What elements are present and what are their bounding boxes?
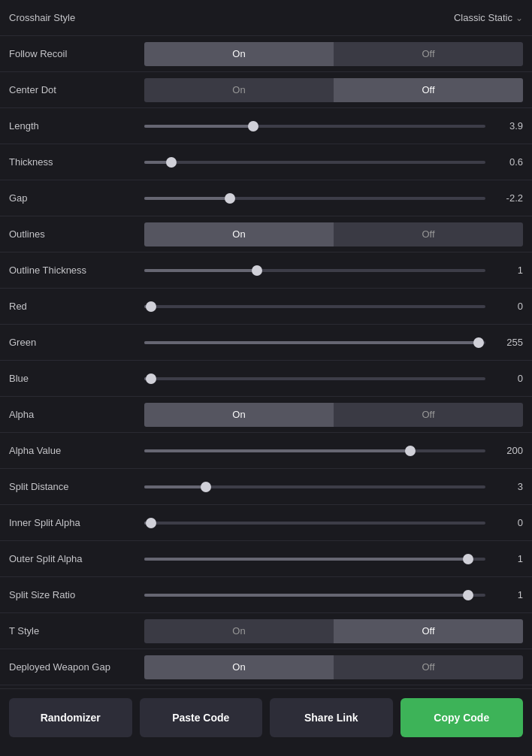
outer-split-alpha-label: Outer Split Alpha bbox=[9, 553, 144, 564]
red-track-container bbox=[144, 305, 485, 308]
deployed-weapon-gap-row: Deployed Weapon Gap On Off bbox=[0, 649, 532, 685]
split-size-ratio-fill bbox=[144, 594, 468, 597]
alpha-on-button[interactable]: On bbox=[144, 403, 334, 427]
green-row: Green 255 bbox=[0, 325, 532, 361]
blue-row: Blue 0 bbox=[0, 361, 532, 397]
follow-recoil-control: On Off bbox=[144, 42, 523, 66]
follow-recoil-row: Follow Recoil On Off bbox=[0, 36, 532, 72]
outline-thickness-thumb[interactable] bbox=[252, 265, 262, 276]
gap-row: Gap -2.2 bbox=[0, 180, 532, 216]
outlines-on-button[interactable]: On bbox=[144, 222, 334, 246]
green-track[interactable] bbox=[144, 341, 485, 344]
crosshair-style-row[interactable]: Crosshair Style Classic Static ⌄ bbox=[0, 0, 532, 36]
paste-code-button[interactable]: Paste Code bbox=[140, 698, 263, 737]
gap-thumb[interactable] bbox=[225, 193, 235, 204]
thickness-value: 0.6 bbox=[493, 156, 523, 168]
t-style-off-button[interactable]: Off bbox=[334, 619, 523, 643]
split-size-ratio-thumb[interactable] bbox=[463, 590, 473, 600]
t-style-on-button[interactable]: On bbox=[144, 619, 334, 643]
green-fill bbox=[144, 341, 479, 344]
green-label: Green bbox=[9, 337, 144, 348]
blue-label: Blue bbox=[9, 373, 144, 384]
inner-split-alpha-label: Inner Split Alpha bbox=[9, 517, 144, 528]
alpha-value-label: Alpha Value bbox=[9, 445, 144, 456]
deployed-weapon-gap-off-button[interactable]: Off bbox=[334, 655, 523, 679]
length-value: 3.9 bbox=[493, 120, 523, 132]
red-label: Red bbox=[9, 301, 144, 312]
inner-split-alpha-value: 0 bbox=[493, 517, 523, 528]
gap-track[interactable] bbox=[144, 197, 485, 200]
outline-thickness-value: 1 bbox=[493, 265, 523, 276]
center-dot-on-button[interactable]: On bbox=[144, 78, 334, 102]
outlines-off-button[interactable]: Off bbox=[334, 222, 523, 246]
red-thumb[interactable] bbox=[146, 301, 156, 312]
outlines-toggle-group: On Off bbox=[144, 222, 523, 246]
alpha-value-thumb[interactable] bbox=[405, 446, 416, 456]
split-distance-row: Split Distance 3 bbox=[0, 469, 532, 505]
alpha-off-button[interactable]: Off bbox=[334, 403, 523, 427]
copy-code-button[interactable]: Copy Code bbox=[401, 698, 524, 737]
split-distance-track-container bbox=[144, 485, 485, 488]
crosshair-style-value: Classic Static bbox=[144, 12, 515, 23]
alpha-value-value: 200 bbox=[493, 445, 523, 456]
split-size-ratio-track-container bbox=[144, 594, 485, 597]
red-row: Red 0 bbox=[0, 289, 532, 325]
thickness-thumb[interactable] bbox=[166, 157, 177, 168]
outline-thickness-fill bbox=[144, 269, 257, 272]
thickness-row: Thickness 0.6 bbox=[0, 144, 532, 180]
settings-panel: Crosshair Style Classic Static ⌄ Follow … bbox=[0, 0, 532, 746]
outer-split-alpha-thumb[interactable] bbox=[463, 554, 473, 564]
follow-recoil-toggle-group: On Off bbox=[144, 42, 523, 66]
thickness-track[interactable] bbox=[144, 161, 485, 164]
t-style-row: T Style On Off bbox=[0, 613, 532, 649]
red-track[interactable] bbox=[144, 305, 485, 308]
share-link-button[interactable]: Share Link bbox=[270, 698, 393, 737]
green-thumb[interactable] bbox=[473, 337, 484, 348]
split-distance-track[interactable] bbox=[144, 485, 485, 488]
alpha-toggle-group: On Off bbox=[144, 403, 523, 427]
green-track-container bbox=[144, 341, 485, 344]
footer: Randomizer Paste Code Share Link Copy Co… bbox=[0, 688, 532, 746]
outer-split-alpha-track-container bbox=[144, 558, 485, 561]
chevron-down-icon: ⌄ bbox=[515, 13, 523, 23]
alpha-value-track[interactable] bbox=[144, 449, 485, 452]
split-distance-fill bbox=[144, 485, 206, 488]
split-distance-thumb[interactable] bbox=[201, 482, 211, 492]
center-dot-control: On Off bbox=[144, 78, 523, 102]
split-distance-value: 3 bbox=[493, 481, 523, 492]
deployed-weapon-gap-toggle-group: On Off bbox=[144, 655, 523, 679]
deployed-weapon-gap-on-button[interactable]: On bbox=[144, 655, 334, 679]
outer-split-alpha-track[interactable] bbox=[144, 558, 485, 561]
split-distance-label: Split Distance bbox=[9, 481, 144, 492]
center-dot-off-button[interactable]: Off bbox=[334, 78, 523, 102]
outline-thickness-track[interactable] bbox=[144, 269, 485, 272]
outer-split-alpha-fill bbox=[144, 558, 468, 561]
alpha-value-fill bbox=[144, 449, 410, 452]
deployed-weapon-gap-label: Deployed Weapon Gap bbox=[9, 661, 144, 673]
blue-track[interactable] bbox=[144, 377, 485, 380]
center-dot-label: Center Dot bbox=[9, 84, 144, 95]
length-label: Length bbox=[9, 120, 144, 132]
inner-split-alpha-thumb[interactable] bbox=[146, 518, 156, 528]
alpha-value-row: Alpha Value 200 bbox=[0, 433, 532, 469]
follow-recoil-off-button[interactable]: Off bbox=[334, 42, 523, 66]
length-thumb[interactable] bbox=[248, 121, 258, 132]
split-size-ratio-track[interactable] bbox=[144, 594, 485, 597]
inner-split-alpha-track[interactable] bbox=[144, 522, 485, 525]
length-track[interactable] bbox=[144, 125, 485, 128]
split-size-ratio-row: Split Size Ratio 1 bbox=[0, 577, 532, 613]
outlines-row: Outlines On Off bbox=[0, 216, 532, 253]
green-value: 255 bbox=[493, 337, 523, 348]
outlines-control: On Off bbox=[144, 222, 523, 246]
blue-value: 0 bbox=[493, 373, 523, 384]
gap-value: -2.2 bbox=[493, 192, 523, 204]
blue-thumb[interactable] bbox=[146, 373, 156, 384]
blue-track-container bbox=[144, 377, 485, 380]
inner-split-alpha-row: Inner Split Alpha 0 bbox=[0, 505, 532, 541]
follow-recoil-on-button[interactable]: On bbox=[144, 42, 334, 66]
randomizer-button[interactable]: Randomizer bbox=[9, 698, 132, 737]
center-dot-row: Center Dot On Off bbox=[0, 72, 532, 108]
outline-thickness-row: Outline Thickness 1 bbox=[0, 253, 532, 289]
thickness-label: Thickness bbox=[9, 156, 144, 168]
thickness-track-container bbox=[144, 161, 485, 164]
